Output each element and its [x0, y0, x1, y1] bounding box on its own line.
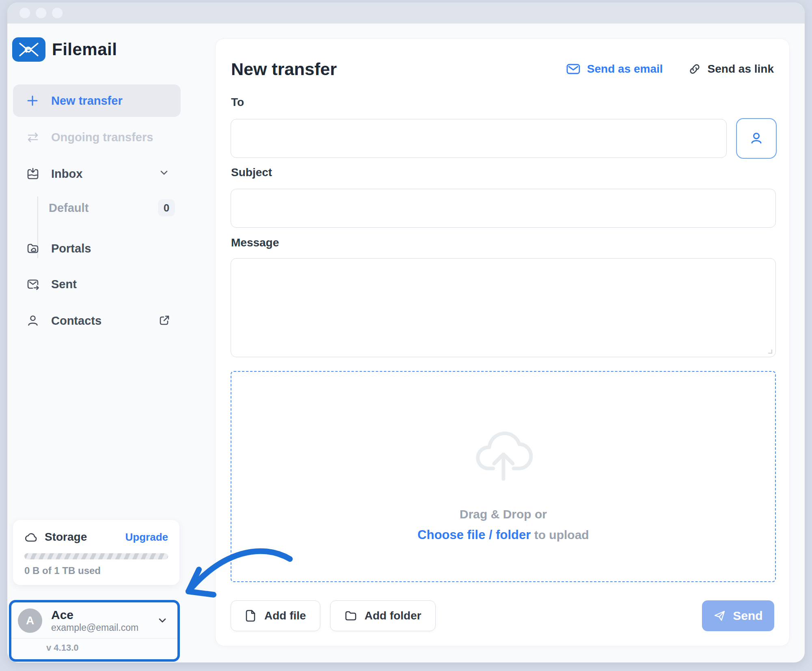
sidebar-item-label: Sent — [51, 278, 77, 291]
file-icon — [245, 609, 257, 622]
upload-cloud-icon — [469, 423, 538, 484]
message-textarea[interactable] — [231, 259, 775, 357]
account-email: example@email.com — [51, 622, 138, 633]
sidebar-item-label: Portals — [51, 242, 91, 255]
send-as-email-label: Send as email — [587, 63, 663, 76]
sidebar-item-label: Ongoing transfers — [51, 131, 153, 144]
send-button[interactable]: Send — [702, 600, 774, 631]
sidebar-item-label: Inbox — [51, 167, 82, 181]
window-dot-1 — [19, 8, 30, 18]
account-name: Ace — [51, 608, 138, 622]
add-file-button[interactable]: Add file — [231, 600, 320, 631]
sidebar-item-label: Contacts — [51, 314, 102, 328]
sidebar-item-inbox-default[interactable]: Default 0 — [13, 195, 181, 220]
sidebar-item-ongoing-transfers[interactable]: Ongoing transfers — [13, 125, 181, 150]
storage-usage-text: 0 B of 1 TB used — [24, 565, 168, 576]
storage-progress-bar — [24, 553, 168, 559]
file-dropzone[interactable]: Drag & Drop or Choose file / folder to u… — [231, 371, 776, 582]
new-transfer-button[interactable]: New transfer — [13, 84, 181, 117]
add-folder-button[interactable]: Add folder — [330, 600, 436, 631]
message-field-frame — [231, 258, 776, 357]
portals-icon — [26, 242, 40, 255]
upgrade-link[interactable]: Upgrade — [125, 531, 168, 544]
contacts-icon — [26, 314, 40, 328]
sidebar-item-label: Default — [49, 201, 89, 215]
window-titlebar — [7, 2, 805, 24]
storage-cloud-icon — [24, 531, 38, 543]
to-input[interactable] — [231, 119, 727, 158]
pick-contacts-button[interactable] — [736, 118, 777, 159]
app-version: v 4.13.0 — [11, 639, 177, 653]
dropzone-text: Drag & Drop or — [460, 507, 547, 521]
new-transfer-label: New transfer — [51, 94, 123, 108]
external-link-icon[interactable] — [158, 314, 172, 328]
subject-input[interactable] — [231, 189, 776, 228]
brand-logo: Filemail — [12, 37, 117, 62]
sent-icon — [26, 277, 40, 291]
chevron-down-icon[interactable] — [155, 614, 169, 628]
filemail-logo-icon — [12, 37, 45, 62]
inbox-icon — [26, 167, 40, 181]
storage-card: Storage Upgrade 0 B of 1 TB used — [13, 520, 179, 585]
subject-label: Subject — [231, 166, 272, 179]
avatar: A — [18, 608, 42, 633]
account-card[interactable]: A Ace example@email.com v 4.13.0 — [9, 600, 180, 662]
chevron-down-icon[interactable] — [158, 167, 172, 181]
send-as-email-toggle[interactable]: Send as email — [566, 63, 663, 76]
page-title: New transfer — [231, 59, 337, 79]
person-icon — [747, 129, 765, 147]
dropzone-text-2: Choose file / folder to upload — [417, 528, 589, 542]
dropzone-suffix: to upload — [531, 528, 589, 542]
sidebar-item-portals[interactable]: Portals — [13, 236, 181, 261]
message-label: Message — [231, 236, 279, 249]
send-label: Send — [733, 609, 762, 623]
send-as-link-toggle[interactable]: Send as link — [688, 63, 774, 76]
envelope-icon — [566, 63, 581, 75]
new-transfer-panel: New transfer Send as email — [215, 39, 790, 646]
choose-file-link[interactable]: Choose file / folder — [417, 528, 531, 542]
sidebar-item-inbox[interactable]: Inbox — [13, 161, 181, 186]
folder-icon — [344, 610, 357, 622]
window-dot-2 — [36, 8, 46, 18]
inbox-default-count-badge: 0 — [158, 199, 175, 216]
paper-plane-icon — [713, 609, 726, 622]
storage-title: Storage — [45, 531, 87, 544]
sidebar-item-contacts[interactable]: Contacts — [13, 308, 181, 333]
transfers-icon — [26, 130, 40, 144]
app-window: Filemail New transfer Ongoing transfers … — [7, 2, 805, 662]
send-as-link-label: Send as link — [708, 63, 774, 76]
to-label: To — [231, 96, 244, 109]
link-icon — [688, 63, 701, 76]
window-dot-3 — [52, 8, 63, 18]
brand-name: Filemail — [52, 40, 117, 59]
add-folder-label: Add folder — [365, 609, 421, 622]
add-file-label: Add file — [264, 609, 306, 622]
plus-icon — [26, 94, 39, 107]
sidebar-item-sent[interactable]: Sent — [13, 272, 181, 297]
